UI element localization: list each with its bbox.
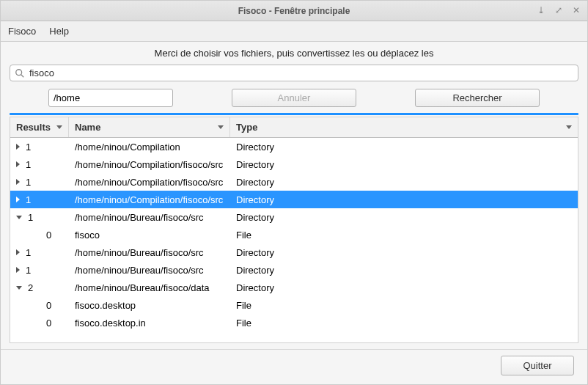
menu-help[interactable]: Help [49, 26, 69, 37]
column-results[interactable]: Results [10, 117, 69, 137]
row-name: fisoco.desktop.in [69, 318, 230, 329]
menu-fisoco[interactable]: Fisoco [8, 26, 36, 37]
titlebar: Fisoco - Fenêtre principale ⤓ ⤢ ✕ [1, 1, 587, 21]
chevron-right-icon[interactable] [16, 267, 20, 273]
row-name: /home/ninou/Compilation/fisoco/src [69, 159, 230, 170]
spacer-icon [34, 302, 40, 309]
window-title: Fisoco - Fenêtre principale [238, 6, 350, 16]
chevron-down-icon [56, 125, 62, 129]
spacer-icon [34, 232, 40, 238]
chevron-down-icon [218, 125, 224, 129]
result-count: 0 [46, 230, 51, 241]
svg-point-0 [16, 69, 22, 75]
table-row[interactable]: 1/home/ninou/Compilation/fisoco/srcDirec… [10, 173, 578, 191]
row-name: /home/ninou/Bureau/fisoco/src [69, 212, 230, 223]
row-name: /home/ninou/Bureau/fisoco/src [69, 247, 230, 258]
window-controls: ⤓ ⤢ ✕ [534, 4, 583, 17]
column-name[interactable]: Name [69, 117, 230, 137]
table-body: 1/home/ninou/CompilationDirectory1/home/… [10, 138, 578, 331]
minimize-icon[interactable]: ⤓ [534, 4, 548, 17]
column-type[interactable]: Type [230, 117, 578, 137]
row-name: /home/ninou/Compilation [69, 142, 230, 153]
result-count: 1 [26, 265, 31, 276]
maximize-icon[interactable]: ⤢ [552, 4, 565, 17]
row-name: /home/ninou/Bureau/fisoco/data [69, 282, 230, 293]
close-icon[interactable]: ✕ [570, 4, 583, 17]
row-type: File [230, 318, 578, 329]
footer: Quitter [1, 349, 587, 384]
table-row[interactable]: 2/home/ninou/Bureau/fisoco/dataDirectory [10, 279, 578, 296]
row-type: Directory [230, 194, 578, 205]
table-row[interactable]: 1/home/ninou/Bureau/fisoco/srcDirectory [10, 261, 578, 279]
spacer-icon [34, 320, 40, 326]
table-row[interactable]: 1/home/ninou/Bureau/fisoco/srcDirectory [10, 208, 578, 226]
result-count: 1 [26, 194, 31, 205]
row-name: /home/ninou/Compilation/fisoco/src [69, 194, 230, 205]
result-count: 1 [26, 247, 31, 258]
row-type: File [230, 300, 578, 311]
chevron-right-icon[interactable] [16, 179, 20, 185]
search-bar[interactable] [10, 65, 578, 81]
row-type: Directory [230, 177, 578, 188]
toolbar: Annuler Rechercher [1, 86, 587, 113]
row-type: File [230, 230, 578, 241]
search-icon [15, 68, 25, 78]
row-type: Directory [230, 265, 578, 276]
table-row[interactable]: 0fisocoFile [10, 226, 578, 243]
row-type: Directory [230, 142, 578, 153]
quit-button[interactable]: Quitter [501, 356, 574, 375]
result-count: 1 [26, 177, 31, 188]
row-type: Directory [230, 247, 578, 258]
result-count: 2 [28, 282, 33, 293]
row-type: Directory [230, 159, 578, 170]
divider [10, 113, 578, 115]
cancel-button[interactable]: Annuler [232, 89, 356, 107]
result-count: 0 [46, 318, 51, 329]
row-name: /home/ninou/Bureau/fisoco/src [69, 265, 230, 276]
table-row[interactable]: 1/home/ninou/CompilationDirectory [10, 138, 578, 155]
result-count: 0 [46, 300, 51, 311]
result-count: 1 [26, 159, 31, 170]
menubar: Fisoco Help [1, 21, 587, 42]
instruction-text: Merci de choisir vos fichiers, puis conv… [1, 42, 587, 62]
table-row[interactable]: 1/home/ninou/Compilation/fisoco/srcDirec… [10, 155, 578, 173]
path-input[interactable] [48, 89, 173, 107]
chevron-down-icon[interactable] [16, 286, 22, 290]
table-row[interactable]: 1/home/ninou/Compilation/fisoco/srcDirec… [10, 191, 578, 208]
search-input[interactable] [29, 67, 573, 78]
row-name: /home/ninou/Compilation/fisoco/src [69, 177, 230, 188]
svg-line-1 [21, 74, 24, 77]
result-count: 1 [28, 212, 33, 223]
table-row[interactable]: 1/home/ninou/Bureau/fisoco/srcDirectory [10, 243, 578, 261]
table-header: Results Name Type [10, 117, 578, 138]
chevron-right-icon[interactable] [16, 197, 20, 202]
chevron-right-icon[interactable] [16, 249, 20, 255]
chevron-down-icon [566, 125, 572, 129]
table-row[interactable]: 0fisoco.desktopFile [10, 296, 578, 314]
result-count: 1 [26, 142, 31, 153]
chevron-right-icon[interactable] [16, 161, 20, 167]
row-type: Directory [230, 282, 578, 293]
chevron-down-icon[interactable] [16, 216, 22, 219]
search-button[interactable]: Rechercher [415, 89, 540, 107]
row-name: fisoco.desktop [69, 300, 230, 311]
table-row[interactable]: 0fisoco.desktop.inFile [10, 314, 578, 331]
row-name: fisoco [69, 230, 230, 241]
results-table: Results Name Type 1/home/ninou/Compilati… [10, 117, 578, 343]
row-type: Directory [230, 212, 578, 223]
chevron-right-icon[interactable] [16, 144, 20, 150]
